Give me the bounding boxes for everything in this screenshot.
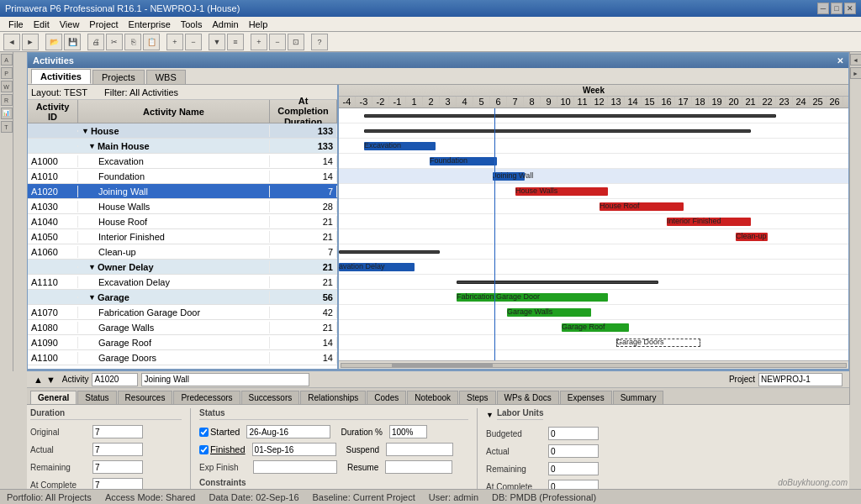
suspend-field[interactable]: [386, 443, 453, 456]
toolbar-zoom-out-button[interactable]: −: [269, 34, 286, 50]
window-controls[interactable]: ─ □ ✕: [817, 3, 856, 14]
tab-successors[interactable]: Successors: [241, 391, 300, 404]
right-sidebar-expand-icon[interactable]: ►: [850, 67, 862, 79]
row-garage-name: Garage: [98, 292, 129, 302]
right-sidebar-collapse-icon[interactable]: ◄: [850, 54, 862, 66]
sidebar-wbs-icon[interactable]: W: [1, 81, 13, 92]
tab-general[interactable]: General: [30, 391, 77, 404]
tab-predecessors[interactable]: Predecessors: [173, 391, 240, 404]
table-row[interactable]: ▼ Main House 133: [28, 139, 337, 154]
toolbar-help-button[interactable]: ?: [311, 34, 328, 50]
table-row[interactable]: A1080 Garage Walls 21: [28, 320, 337, 335]
panel-close-icon[interactable]: ✕: [837, 56, 843, 66]
toolbar-fit-button[interactable]: ⊡: [288, 34, 304, 50]
exp-finish-field[interactable]: [253, 460, 337, 474]
menu-view[interactable]: View: [55, 17, 85, 31]
gantt-scroll-thumb[interactable]: [392, 364, 493, 367]
toolbar-paste-button[interactable]: 📋: [143, 34, 160, 50]
sidebar-reports-icon[interactable]: 📊: [1, 108, 13, 119]
tab-expenses[interactable]: Expenses: [560, 391, 612, 404]
toolbar-save-button[interactable]: 💾: [64, 34, 81, 50]
tab-projects[interactable]: Projects: [92, 70, 145, 84]
tab-steps[interactable]: Steps: [459, 391, 496, 404]
remaining-duration-field[interactable]: [92, 460, 143, 474]
tab-activities[interactable]: Activities: [31, 69, 91, 84]
expand-garage-icon[interactable]: ▼: [88, 293, 96, 302]
maximize-button[interactable]: □: [831, 3, 843, 14]
table-row[interactable]: A1060 Clean-up 7: [28, 244, 337, 260]
menu-enterprise[interactable]: Enterprise: [124, 17, 176, 31]
activity-id-field[interactable]: [92, 373, 138, 386]
sidebar-activities-icon[interactable]: A: [1, 54, 13, 66]
project-field[interactable]: [758, 373, 843, 386]
toolbar-group-button[interactable]: ≡: [227, 34, 244, 50]
table-row[interactable]: A1050 Interior Finished 21: [28, 229, 337, 244]
finished-checkbox[interactable]: [199, 445, 209, 454]
sidebar-projects-icon[interactable]: P: [1, 67, 13, 79]
sidebar-tracking-icon[interactable]: T: [1, 121, 13, 133]
menu-help[interactable]: Help: [244, 17, 273, 31]
table-row[interactable]: A1070 Fabrication Garage Door 42: [28, 305, 337, 320]
tab-codes[interactable]: Codes: [367, 391, 406, 404]
table-row[interactable]: A1100 Garage Doors 14: [28, 350, 337, 365]
tab-wps-docs[interactable]: WPs & Docs: [497, 391, 559, 404]
tab-resources[interactable]: Resources: [118, 391, 173, 404]
minimize-button[interactable]: ─: [817, 3, 829, 14]
panel-title-bar: Activities ✕: [28, 53, 848, 68]
table-row[interactable]: A1000 Excavation 14: [28, 154, 337, 169]
table-row[interactable]: ▼ House 133: [28, 123, 337, 139]
labor-actual-field[interactable]: [548, 444, 599, 458]
expand-owner-delay-icon[interactable]: ▼: [88, 263, 96, 271]
labor-remaining-field[interactable]: [548, 462, 599, 475]
table-row[interactable]: ▼ Owner Delay 21: [28, 260, 337, 275]
actual-duration-field[interactable]: [92, 443, 143, 456]
table-row[interactable]: A1030 House Walls 28: [28, 199, 337, 214]
menu-project[interactable]: Project: [84, 17, 123, 31]
toolbar-delete-button[interactable]: −: [185, 34, 202, 50]
toolbar-add-button[interactable]: +: [166, 34, 183, 50]
labor-units-expand-icon[interactable]: ▼: [486, 411, 494, 419]
toolbar-zoom-in-button[interactable]: +: [251, 34, 267, 50]
close-button[interactable]: ✕: [844, 3, 856, 14]
toolbar-copy-button[interactable]: ⎘: [124, 34, 141, 50]
activity-down-btn[interactable]: ▼: [46, 375, 55, 385]
menu-tools[interactable]: Tools: [176, 17, 208, 31]
gantt-scroll-track[interactable]: [341, 363, 847, 368]
toolbar-print-button[interactable]: 🖨: [87, 34, 104, 50]
expand-house-icon[interactable]: ▼: [82, 127, 89, 135]
resume-field[interactable]: [385, 460, 452, 474]
tab-wbs[interactable]: WBS: [146, 70, 186, 84]
activity-up-btn[interactable]: ▲: [34, 375, 43, 385]
activity-name-field[interactable]: [141, 373, 309, 386]
table-row[interactable]: ▼ Garage 56: [28, 290, 337, 305]
menu-admin[interactable]: Admin: [207, 17, 243, 31]
toolbar-forward-button[interactable]: ►: [22, 34, 39, 50]
toolbar-back-button[interactable]: ◄: [3, 34, 20, 50]
gantt-row-interior: Interior Finished: [339, 214, 848, 229]
labor-budgeted-field[interactable]: [548, 427, 599, 440]
table-row-selected[interactable]: A1020 Joining Wall 7: [28, 184, 337, 199]
menu-edit[interactable]: Edit: [29, 17, 55, 31]
tab-relationships[interactable]: Relationships: [300, 391, 366, 404]
remaining-label: Remaining: [30, 463, 89, 472]
sidebar-resources-icon[interactable]: R: [1, 94, 13, 106]
table-row[interactable]: A1110 Excavation Delay 21: [28, 275, 337, 290]
gantt-scrollbar[interactable]: [339, 360, 848, 369]
expand-main-house-icon[interactable]: ▼: [88, 142, 96, 150]
tab-status[interactable]: Status: [77, 391, 116, 404]
tab-notebook[interactable]: Notebook: [407, 391, 458, 404]
tab-summary[interactable]: Summary: [613, 391, 664, 404]
table-row[interactable]: A1010 Foundation 14: [28, 169, 337, 184]
gantt-row-main-house: [339, 123, 848, 139]
finished-date-field[interactable]: [252, 443, 336, 456]
table-row[interactable]: A1040 House Roof 21: [28, 214, 337, 229]
toolbar-open-button[interactable]: 📂: [45, 34, 62, 50]
original-duration-field[interactable]: [92, 425, 143, 438]
toolbar-filter-button[interactable]: ▼: [209, 34, 225, 50]
menu-file[interactable]: File: [3, 17, 29, 31]
duration-pct-field[interactable]: [389, 425, 427, 438]
started-date-field[interactable]: [246, 425, 330, 438]
toolbar-cut-button[interactable]: ✂: [106, 34, 123, 50]
started-checkbox[interactable]: [199, 428, 209, 437]
table-row[interactable]: A1090 Garage Roof 14: [28, 335, 337, 350]
